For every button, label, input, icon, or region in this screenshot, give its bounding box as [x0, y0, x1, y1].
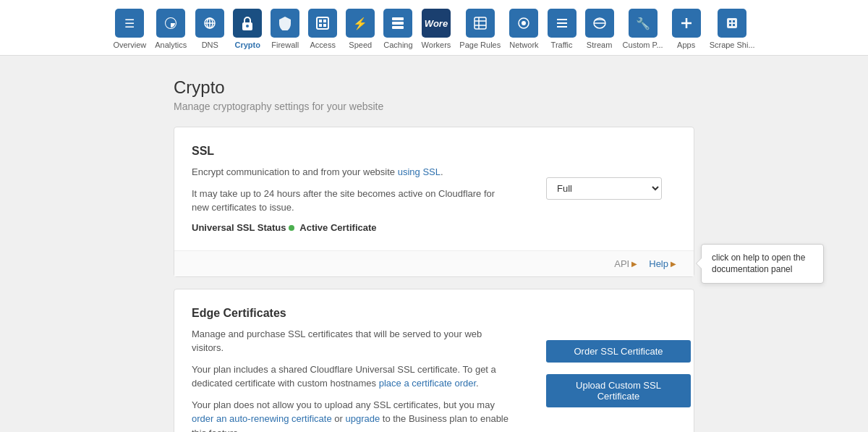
order-ssl-button[interactable]: Order SSL Certificate	[546, 340, 691, 363]
nav-item-analytics[interactable]: Analytics	[152, 9, 190, 55]
nav-item-overview[interactable]: ☰ Overview	[110, 9, 149, 55]
nav-item-speed[interactable]: ⚡ Speed	[343, 9, 378, 55]
edge-cert-order-link[interactable]: place a certificate order	[379, 378, 476, 389]
svg-rect-11	[392, 17, 404, 20]
edge-cert-right: Order SSL Certificate Upload Custom SSL …	[532, 307, 676, 433]
overview-icon: ☰	[115, 9, 144, 38]
caching-icon	[383, 9, 412, 38]
edge-upgrade-link[interactable]: upgrade	[345, 413, 380, 424]
ssl-text1-suffix: .	[441, 166, 443, 177]
nav-item-dns[interactable]: DNS	[192, 9, 227, 55]
svg-rect-6	[317, 17, 328, 29]
nav-item-access[interactable]: Access	[305, 9, 340, 55]
nav-item-scrape-shield[interactable]: Scrape Shi...	[707, 9, 758, 55]
nav-label-page-rules: Page Rules	[459, 41, 501, 49]
svg-point-19	[522, 21, 526, 25]
svg-rect-8	[323, 20, 326, 22]
nav-label-analytics: Analytics	[155, 41, 187, 49]
edge-cert-card: Edge Certificates Manage and purchase SS…	[174, 289, 694, 433]
page-rules-icon	[466, 9, 495, 38]
nav-label-crypto: Crypto	[235, 41, 260, 49]
ssl-using-link[interactable]: using SSL	[398, 166, 441, 177]
ssl-card-left: SSL Encrypt communication to and from yo…	[192, 145, 532, 233]
nav-label-traffic: Traffic	[551, 41, 573, 49]
nav-label-firewall: Firewall	[271, 41, 299, 49]
svg-rect-12	[392, 22, 404, 25]
ssl-api-link[interactable]: API ▶	[614, 258, 637, 269]
ssl-card-body: SSL Encrypt communication to and from yo…	[174, 127, 694, 250]
nav-item-workers[interactable]: Wore Workers	[419, 9, 454, 55]
nav-label-apps: Apps	[677, 41, 695, 49]
ssl-status: Universal SSL Status Active Certificate	[192, 222, 510, 233]
ssl-status-label: Universal SSL Status	[192, 222, 286, 233]
help-callout: click on help to open the documentation …	[701, 244, 824, 284]
svg-rect-27	[733, 20, 735, 22]
workers-icon: Wore	[422, 9, 451, 38]
nav-item-caching[interactable]: Caching	[380, 9, 415, 55]
analytics-icon	[156, 9, 185, 38]
nav-item-firewall[interactable]: Firewall	[268, 9, 302, 55]
svg-rect-7	[319, 20, 322, 22]
main-content: Crypto Manage cryptography settings for …	[0, 56, 868, 432]
nav-item-stream[interactable]: Stream	[582, 9, 617, 55]
callout-text: click on help to open the documentation …	[712, 253, 805, 275]
svg-rect-28	[729, 24, 731, 26]
svg-rect-14	[475, 17, 486, 29]
help-label: Help	[649, 258, 668, 269]
ssl-card-right: Full Off Flexible Full (Strict)	[532, 145, 676, 233]
apps-icon	[672, 9, 701, 38]
nav-label-speed: Speed	[349, 41, 372, 49]
edge-cert-text2: Your plan includes a shared Cloudflare U…	[192, 363, 510, 391]
nav-label-scrape-shield: Scrape Shi...	[710, 41, 755, 49]
nav-item-crypto[interactable]: Crypto	[230, 9, 265, 55]
help-arrow-icon: ▶	[671, 260, 676, 268]
ssl-help-link[interactable]: Help ▶	[649, 258, 676, 269]
svg-rect-29	[733, 24, 735, 26]
svg-rect-13	[392, 26, 404, 29]
custom-pages-icon: 🔧	[629, 9, 658, 38]
ssl-text2: It may take up to 24 hours after the sit…	[192, 187, 510, 215]
nav-item-custom-pages[interactable]: 🔧 Custom P...	[620, 9, 666, 55]
edge-cert-card-body: Edge Certificates Manage and purchase SS…	[174, 289, 694, 433]
edge-text3-prefix: Your plan does not allow you to upload a…	[192, 399, 495, 410]
speed-icon: ⚡	[346, 9, 375, 38]
scrape-shield-icon	[718, 9, 746, 38]
stream-icon	[585, 9, 614, 38]
nav-item-apps[interactable]: Apps	[669, 9, 704, 55]
network-icon	[509, 9, 538, 38]
edge-cert-left: Edge Certificates Manage and purchase SS…	[192, 307, 532, 433]
firewall-icon	[271, 9, 299, 38]
api-label: API	[614, 258, 629, 269]
edge-cert-text1: Manage and purchase SSL certificates tha…	[192, 327, 510, 355]
svg-rect-10	[323, 24, 326, 27]
nav-label-caching: Caching	[383, 41, 412, 49]
page-title: Crypto	[174, 77, 694, 98]
upload-ssl-button[interactable]: Upload Custom SSL Certificate	[546, 374, 691, 407]
api-arrow-icon: ▶	[631, 260, 637, 268]
top-bar: ☰ Overview Analytics DNS	[0, 0, 868, 56]
traffic-icon	[548, 9, 576, 38]
nav-label-access: Access	[310, 41, 336, 49]
dns-icon	[195, 9, 224, 38]
ssl-card: SSL Encrypt communication to and from yo…	[174, 127, 694, 277]
svg-rect-25	[727, 18, 737, 28]
nav-icons: ☰ Overview Analytics DNS	[0, 0, 868, 55]
nav-label-overview: Overview	[113, 41, 146, 49]
ssl-status-dot	[289, 225, 294, 231]
nav-item-traffic[interactable]: Traffic	[545, 9, 579, 55]
ssl-mode-select[interactable]: Full Off Flexible Full (Strict)	[546, 177, 662, 200]
svg-point-5	[246, 25, 249, 27]
nav-item-network[interactable]: Network	[506, 9, 541, 55]
nav-item-page-rules[interactable]: Page Rules	[456, 9, 503, 55]
ssl-title: SSL	[192, 145, 510, 158]
access-icon	[308, 9, 337, 38]
edge-auto-renew-link[interactable]: order an auto-renewing certificate	[192, 413, 332, 424]
page-subtitle: Manage cryptography settings for your we…	[174, 101, 694, 112]
svg-rect-9	[319, 24, 322, 27]
nav-label-network: Network	[509, 41, 538, 49]
nav-label-custom-pages: Custom P...	[623, 41, 663, 49]
nav-label-dns: DNS	[202, 41, 218, 49]
ssl-text1: Encrypt communication to and from your w…	[192, 165, 510, 179]
nav-label-workers: Workers	[422, 41, 451, 49]
edge-text2-suffix: .	[476, 378, 479, 389]
